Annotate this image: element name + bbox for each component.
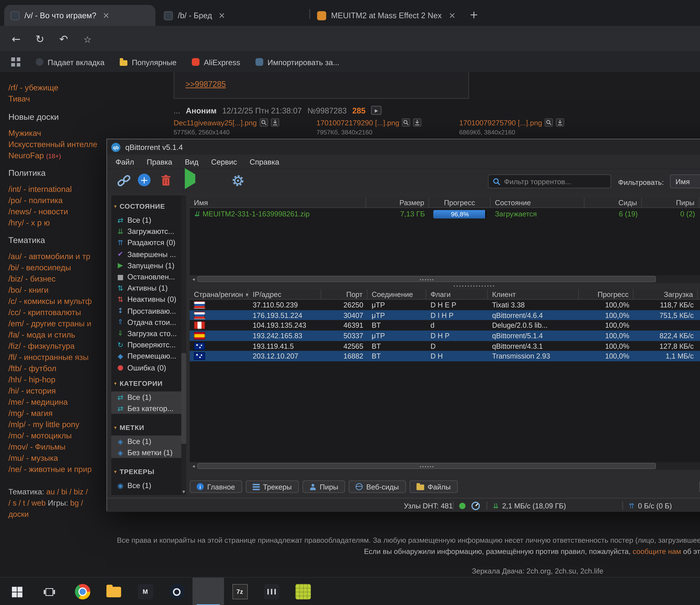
splitter-handle[interactable]: [453, 284, 495, 288]
board-link[interactable]: /me/ - медицина: [8, 396, 114, 408]
reply-link[interactable]: >>9987285: [185, 80, 226, 88]
new-tab-button[interactable]: +: [466, 7, 482, 22]
tab-trackers[interactable]: Трекеры: [246, 480, 299, 493]
tab-webseeds[interactable]: Веб-сиды: [349, 480, 406, 493]
column-header[interactable]: Пиры: [642, 197, 699, 208]
resume-icon[interactable]: [185, 174, 195, 183]
torrent-filter-box[interactable]: [488, 174, 611, 188]
board-link[interactable]: /mlp/ - my little pony: [8, 419, 114, 430]
magnifier-icon[interactable]: [545, 118, 553, 127]
column-header[interactable]: Флаги: [426, 289, 488, 299]
speed-limits-gauge-icon[interactable]: [471, 501, 480, 510]
status-filter-item[interactable]: ⇅ Активны (1): [111, 282, 181, 294]
footer-part[interactable]: об этом.: [681, 548, 700, 555]
board-link[interactable]: /news/ - новости: [8, 206, 114, 217]
footer-part[interactable]: Если вы обнаружили информацию, размещённ…: [364, 548, 633, 555]
tracker-filter-item[interactable]: ◉ Все (1): [111, 480, 181, 491]
bookmark-star-icon[interactable]: ☆: [80, 31, 95, 47]
horizontal-scrollbar[interactable]: ◂ ▸: [190, 462, 700, 470]
board-link[interactable]: /rf/ - убежище: [8, 82, 114, 93]
board-link[interactable]: /ne/ - животные и прир: [8, 464, 114, 475]
scroll-down-arrow-icon[interactable]: ▼: [181, 488, 186, 495]
undo-icon[interactable]: ↶: [56, 31, 71, 47]
status-filter-item[interactable]: ↻ Проверяютс...: [111, 339, 181, 350]
menu-item[interactable]: Сервис: [205, 158, 243, 166]
peer-row[interactable]: 37.110.50.239 26250 μTP D H E P Tixati 3…: [190, 300, 700, 310]
tab-close-icon[interactable]: ×: [103, 10, 109, 20]
taskbar-app[interactable]: [67, 578, 98, 605]
scrollbar-thumb[interactable]: [181, 353, 186, 444]
column-header[interactable]: Клиент: [488, 289, 579, 299]
footer-part[interactable]: сообщите нам: [633, 548, 681, 555]
tag-filter-item[interactable]: ◈ Без метки (1): [111, 447, 181, 458]
board-link[interactable]: /c/ - комиксы и мультф: [8, 295, 114, 307]
board-link[interactable]: /int/ - international: [8, 184, 114, 195]
qbt-titlebar[interactable]: qb qBittorrent v5.1.4 – ×: [107, 139, 700, 155]
peer-row[interactable]: 104.193.135.243 46391 BT d Deluge/2.0.5 …: [190, 320, 700, 331]
bottom-link-part[interactable]: au / bi / biz /: [46, 487, 88, 496]
board-link[interactable]: Мужикач: [8, 127, 114, 139]
board-link[interactable]: /hh/ - hip-hop: [8, 374, 114, 385]
tab-v-board[interactable]: /v/ - Во что играем? ×: [4, 5, 155, 26]
bookmark-item[interactable]: Импортировать за...: [256, 58, 340, 66]
taskbar-app[interactable]: [98, 578, 129, 605]
menu-item[interactable]: Справка: [243, 158, 285, 166]
section-header[interactable]: ▾ТРЕКЕРЫ: [111, 468, 181, 476]
status-filter-item[interactable]: ⇈ Раздаются (0): [111, 237, 181, 248]
tab-nexus[interactable]: MEUITM2 at Mass Effect 2 Nex... ×: [311, 5, 462, 26]
status-filter-item[interactable]: ⇓ Загрузка сто...: [111, 328, 181, 339]
torrent-row[interactable]: ⇊MEUITM2-331-1-1639998261.zip 7,13 ГБ 96…: [190, 208, 700, 220]
peer-row[interactable]: 203.12.10.207 16882 BT D H Transmission …: [190, 351, 700, 361]
tab-speed[interactable]: Скорость: [699, 480, 700, 493]
board-link[interactable]: /bi/ - велосипеды: [8, 262, 114, 273]
section-header[interactable]: ▾КАТЕГОРИИ: [111, 380, 181, 387]
start-button[interactable]: [0, 578, 33, 605]
board-link[interactable]: /cc/ - криптовалюты: [8, 307, 114, 318]
qbt-minimize-button[interactable]: –: [694, 139, 700, 155]
section-header[interactable]: ▾МЕТКИ: [111, 424, 181, 431]
post-menu-ellipsis[interactable]: ...: [174, 106, 180, 115]
back-icon[interactable]: ←: [8, 31, 24, 47]
board-link[interactable]: /mg/ - магия: [8, 408, 114, 419]
horizontal-scrollbar[interactable]: ◂ ▸: [190, 275, 700, 283]
file-link[interactable]: Dec11giveaway25[...].png: [174, 119, 257, 126]
taskbar-app[interactable]: 7z: [224, 578, 255, 605]
board-link[interactable]: /fa/ - мода и стиль: [8, 329, 114, 340]
magnifier-icon[interactable]: [259, 118, 268, 127]
bookmark-item[interactable]: Падает вкладка: [36, 58, 105, 66]
taskbar-app[interactable]: [161, 578, 193, 605]
column-header[interactable]: IP/адрес: [249, 289, 321, 299]
column-header[interactable]: Размер: [366, 197, 429, 208]
status-filter-item[interactable]: ◆ Перемещаю...: [111, 350, 181, 362]
status-filter-item[interactable]: ● Ошибка (0): [111, 362, 181, 373]
taskbar-app[interactable]: [255, 578, 287, 605]
bookmark-item[interactable]: Популярные: [120, 58, 177, 66]
status-filter-item[interactable]: ✔ Завершены ...: [111, 248, 181, 260]
filter-by-dropdown[interactable]: Имя ▾: [670, 174, 700, 188]
scrollbar-thumb[interactable]: [197, 463, 656, 469]
peer-row[interactable]: 193.119.41.5 42565 BT D qBittorrent/4.3.…: [190, 341, 700, 351]
post-reply-count[interactable]: 285: [352, 106, 366, 115]
board-link[interactable]: /biz/ - бизнес: [8, 273, 114, 284]
peer-row[interactable]: 193.242.165.83 50337 μTP D H P qBittorre…: [190, 331, 700, 341]
connection-status-icon[interactable]: [459, 501, 466, 510]
reload-icon[interactable]: ↻: [32, 31, 48, 47]
file-link[interactable]: 17010072179290 [...].png: [317, 119, 399, 126]
board-link[interactable]: /mu/ - музыка: [8, 452, 114, 464]
board-link-neurofap[interactable]: NeuroFap (18+): [8, 150, 114, 162]
column-header[interactable]: Соединение: [368, 289, 426, 299]
column-header[interactable]: Состояние: [491, 197, 584, 208]
column-header[interactable]: Сиды: [584, 197, 642, 208]
torrent-filter-input[interactable]: [504, 177, 602, 185]
peer-row[interactable]: 176.193.51.224 30407 μTP D I H P qBittor…: [190, 310, 700, 320]
add-link-icon[interactable]: [117, 174, 131, 189]
download-icon[interactable]: [271, 118, 279, 127]
board-link[interactable]: /mov/ - Фильмы: [8, 441, 114, 452]
bottom-link-part[interactable]: Тематика:: [8, 487, 46, 496]
magnifier-icon[interactable]: [402, 118, 410, 127]
category-filter-item[interactable]: ⇄ Без категор...: [111, 403, 181, 414]
post-number[interactable]: №9987283: [307, 106, 347, 115]
scroll-left-arrow-icon[interactable]: ◂: [190, 462, 197, 470]
menu-item[interactable]: Файл: [109, 158, 141, 166]
tab-close-icon[interactable]: ×: [449, 10, 456, 20]
